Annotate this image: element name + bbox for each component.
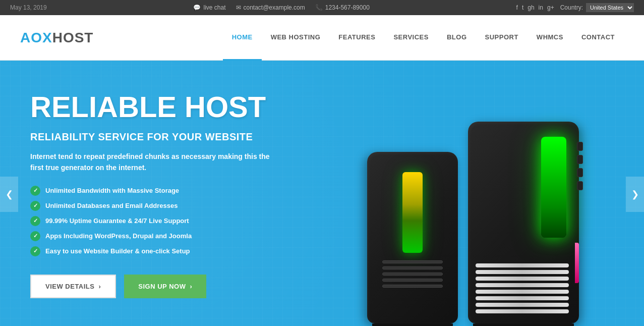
nav-web-hosting[interactable]: WEB HOSTING <box>262 15 330 61</box>
social-icons: f t gh in g+ <box>516 4 554 11</box>
vent-5 <box>382 285 443 288</box>
live-chat-link[interactable]: 💬 live chat <box>193 4 225 11</box>
phone-link[interactable]: 📞 1234-567-89000 <box>315 4 370 11</box>
chat-icon: 💬 <box>193 4 201 11</box>
googleplus-icon[interactable]: g+ <box>547 4 554 11</box>
vent-3 <box>382 273 443 276</box>
vent-4 <box>382 279 443 282</box>
topbar-contact-info: 💬 live chat ✉ contact@example.com 📞 1234… <box>193 4 369 11</box>
server-left <box>367 152 458 323</box>
view-details-button[interactable]: VIEW DETAILS › <box>30 275 116 298</box>
github-icon[interactable]: gh <box>528 4 534 11</box>
hero-description: Internet tend to repeat predefined chunk… <box>30 151 282 174</box>
check-icon-5: ✓ <box>30 246 40 256</box>
server-left-glow <box>402 172 423 253</box>
horiz-vent-5 <box>476 290 569 294</box>
hero-subtitle: RELIABILITY SERVICE FOR YOUR WEBSITE <box>30 131 324 143</box>
nav-home[interactable]: HOME <box>223 15 262 61</box>
logo[interactable]: AOXHOST <box>20 30 93 46</box>
side-vent-1 <box>577 142 583 151</box>
horiz-vent-4 <box>476 283 569 287</box>
logo-aox: AOX <box>20 30 52 45</box>
side-vent-2 <box>577 155 583 164</box>
arrow-right-icon: › <box>98 283 101 290</box>
feature-item-2: ✓ Unlimited Databases and Email Addresse… <box>30 201 324 211</box>
server-left-vents <box>375 260 450 288</box>
nav-services[interactable]: SERVICES <box>384 15 438 61</box>
horiz-vent-8 <box>476 309 569 313</box>
server-illustrations <box>367 122 599 326</box>
hero-next-arrow[interactable]: ❯ <box>626 177 644 212</box>
server-right-pink-strip <box>575 243 579 283</box>
check-icon-3: ✓ <box>30 216 40 226</box>
country-selector[interactable]: Country: United States <box>560 3 634 12</box>
horiz-vent-3 <box>476 277 569 281</box>
nav-whmcs[interactable]: WHMCS <box>528 15 572 61</box>
horiz-vent-2 <box>476 270 569 274</box>
logo-host: HOST <box>52 30 94 45</box>
horiz-vent-7 <box>476 303 569 307</box>
nav-blog[interactable]: BLOG <box>438 15 476 61</box>
twitter-icon[interactable]: t <box>522 4 523 11</box>
feature-item-4: ✓ Apps Including WordPress, Drupal and J… <box>30 231 324 241</box>
hero-server-image <box>322 61 645 326</box>
vent-2 <box>382 266 443 269</box>
header: AOXHOST HOME WEB HOSTING FEATURES SERVIC… <box>0 15 644 61</box>
side-vent-3 <box>577 168 583 177</box>
arrow-right-icon-2: › <box>190 283 192 290</box>
horiz-vent-6 <box>476 296 569 300</box>
server-right-horiz-vents <box>476 263 571 313</box>
hero-buttons: VIEW DETAILS › SIGN UP NOW › <box>30 275 324 298</box>
side-vent-4 <box>577 181 583 190</box>
chevron-right-icon: ❯ <box>631 189 639 200</box>
facebook-icon[interactable]: f <box>516 4 518 11</box>
email-icon: ✉ <box>236 4 241 11</box>
vent-1 <box>382 260 443 263</box>
check-icon-4: ✓ <box>30 231 40 241</box>
email-link[interactable]: ✉ contact@example.com <box>236 4 305 11</box>
nav-support[interactable]: SUPPORT <box>476 15 528 61</box>
phone-icon: 📞 <box>315 4 323 11</box>
chevron-left-icon: ❮ <box>6 189 13 200</box>
topbar: May 13, 2019 💬 live chat ✉ contact@examp… <box>0 0 644 15</box>
check-icon-2: ✓ <box>30 201 40 211</box>
feature-item-5: ✓ Easy to use Website Builder & one-clic… <box>30 246 324 256</box>
nav-contact[interactable]: CONTACT <box>572 15 624 61</box>
hero-prev-arrow[interactable]: ❮ <box>0 177 18 212</box>
check-icon-1: ✓ <box>30 186 40 196</box>
main-nav: HOME WEB HOSTING FEATURES SERVICES BLOG … <box>223 15 624 60</box>
hero-title: RELIABLE HOST <box>30 91 324 123</box>
feature-item-1: ✓ Unlimited Bandwidth with Massive Stora… <box>30 186 324 196</box>
country-select[interactable]: United States <box>586 3 634 12</box>
server-right <box>468 122 579 323</box>
nav-features[interactable]: FEATURES <box>329 15 384 61</box>
server-right-glow <box>541 137 566 238</box>
horiz-vent-1 <box>476 263 569 267</box>
feature-item-3: ✓ 99.99% Uptime Guarantee & 24/7 Live Su… <box>30 216 324 226</box>
hero-section: ❮ RELIABLE HOST RELIABILITY SERVICE FOR … <box>0 61 644 326</box>
server-right-side-vents <box>577 142 583 190</box>
hero-content: RELIABLE HOST RELIABILITY SERVICE FOR YO… <box>0 61 354 326</box>
linkedin-icon[interactable]: in <box>539 4 543 11</box>
topbar-date: May 13, 2019 <box>10 4 47 11</box>
signup-button[interactable]: SIGN UP NOW › <box>124 275 206 298</box>
topbar-right: f t gh in g+ Country: United States <box>516 3 634 12</box>
hero-features-list: ✓ Unlimited Bandwidth with Massive Stora… <box>30 186 324 256</box>
